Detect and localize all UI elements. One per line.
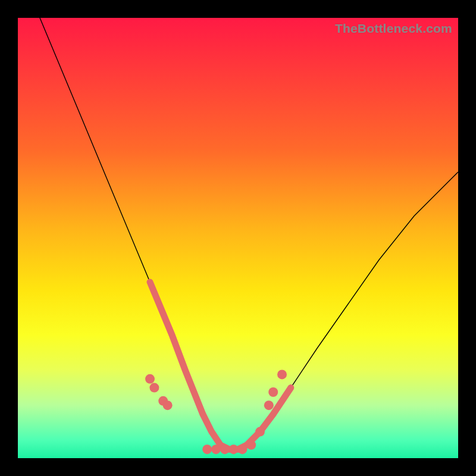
curve-svg [18, 18, 458, 458]
highlight-dot [237, 444, 247, 454]
highlight-dot [163, 400, 173, 410]
highlight-dot [277, 369, 287, 379]
highlight-dot [211, 444, 221, 454]
bottleneck-curve [18, 18, 458, 449]
highlight-dot [264, 400, 274, 410]
highlight-dot [229, 444, 239, 454]
highlight-dot [246, 440, 256, 450]
highlight-dot [149, 383, 159, 393]
highlight-dot [255, 427, 265, 437]
highlight-dot [202, 444, 212, 454]
plot-area: TheBottleneck.com [18, 18, 458, 458]
highlight-dot [220, 444, 230, 454]
highlight-dot [268, 387, 278, 397]
highlight-dot [145, 374, 155, 384]
highlight-band [150, 282, 291, 449]
chart-frame: TheBottleneck.com [0, 0, 476, 476]
